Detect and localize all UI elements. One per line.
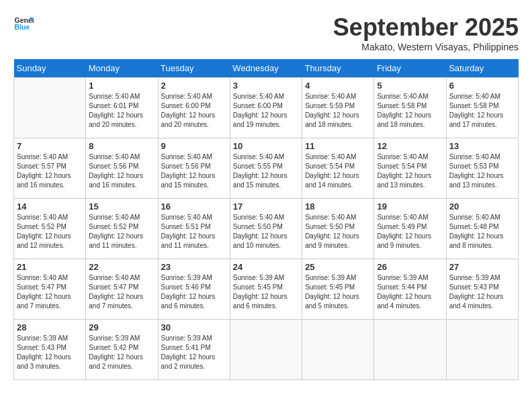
calendar-cell: 4Sunrise: 5:40 AM Sunset: 5:59 PM Daylig… — [302, 78, 374, 138]
weekday-friday: Friday — [374, 59, 446, 78]
title-block: September 2025 Makato, Western Visayas, … — [333, 13, 519, 52]
day-number: 19 — [377, 201, 443, 212]
day-number: 26 — [377, 262, 443, 272]
weekday-sunday: Sunday — [14, 59, 86, 78]
calendar-body: 1Sunrise: 5:40 AM Sunset: 6:01 PM Daylig… — [14, 78, 519, 380]
day-number: 29 — [89, 322, 154, 332]
calendar-cell: 5Sunrise: 5:40 AM Sunset: 5:58 PM Daylig… — [374, 78, 446, 138]
calendar-cell: 3Sunrise: 5:40 AM Sunset: 6:00 PM Daylig… — [230, 78, 302, 138]
day-info: Sunrise: 5:40 AM Sunset: 5:58 PM Dayligh… — [449, 92, 515, 130]
day-info: Sunrise: 5:40 AM Sunset: 5:56 PM Dayligh… — [89, 152, 154, 190]
svg-text:Blue: Blue — [15, 23, 30, 31]
weekday-tuesday: Tuesday — [158, 59, 230, 78]
day-number: 16 — [161, 201, 227, 212]
calendar-cell: 28Sunrise: 5:39 AM Sunset: 5:43 PM Dayli… — [14, 320, 86, 380]
calendar-header: SundayMondayTuesdayWednesdayThursdayFrid… — [14, 59, 519, 78]
weekday-header-row: SundayMondayTuesdayWednesdayThursdayFrid… — [14, 59, 519, 78]
day-info: Sunrise: 5:40 AM Sunset: 6:01 PM Dayligh… — [89, 92, 154, 130]
calendar-table: SundayMondayTuesdayWednesdayThursdayFrid… — [13, 59, 519, 380]
day-info: Sunrise: 5:39 AM Sunset: 5:45 PM Dayligh… — [305, 273, 371, 311]
day-info: Sunrise: 5:40 AM Sunset: 5:55 PM Dayligh… — [233, 152, 299, 190]
day-info: Sunrise: 5:40 AM Sunset: 5:58 PM Dayligh… — [377, 92, 443, 130]
day-number: 1 — [89, 81, 154, 91]
day-number: 8 — [89, 141, 154, 151]
calendar-cell: 16Sunrise: 5:40 AM Sunset: 5:51 PM Dayli… — [158, 199, 230, 259]
day-info: Sunrise: 5:40 AM Sunset: 5:56 PM Dayligh… — [161, 152, 227, 190]
day-number: 27 — [449, 262, 515, 272]
day-info: Sunrise: 5:40 AM Sunset: 5:49 PM Dayligh… — [377, 213, 443, 250]
day-number: 2 — [161, 81, 227, 91]
day-number: 22 — [89, 262, 154, 272]
day-info: Sunrise: 5:40 AM Sunset: 5:51 PM Dayligh… — [161, 213, 227, 250]
day-number: 25 — [305, 262, 371, 272]
calendar-cell: 12Sunrise: 5:40 AM Sunset: 5:54 PM Dayli… — [374, 138, 446, 199]
day-info: Sunrise: 5:39 AM Sunset: 5:43 PM Dayligh… — [17, 334, 83, 371]
day-info: Sunrise: 5:39 AM Sunset: 5:44 PM Dayligh… — [377, 273, 443, 311]
week-row-3: 14Sunrise: 5:40 AM Sunset: 5:52 PM Dayli… — [14, 199, 519, 259]
day-number: 30 — [161, 322, 227, 332]
calendar-cell: 26Sunrise: 5:39 AM Sunset: 5:44 PM Dayli… — [374, 259, 446, 320]
calendar-cell: 18Sunrise: 5:40 AM Sunset: 5:50 PM Dayli… — [302, 199, 374, 259]
week-row-1: 1Sunrise: 5:40 AM Sunset: 6:01 PM Daylig… — [14, 78, 519, 138]
calendar-cell: 25Sunrise: 5:39 AM Sunset: 5:45 PM Dayli… — [302, 259, 374, 320]
month-title: September 2025 — [333, 13, 519, 42]
calendar-cell: 17Sunrise: 5:40 AM Sunset: 5:50 PM Dayli… — [230, 199, 302, 259]
day-info: Sunrise: 5:40 AM Sunset: 5:50 PM Dayligh… — [305, 213, 371, 250]
day-number: 6 — [449, 81, 515, 91]
day-info: Sunrise: 5:40 AM Sunset: 5:57 PM Dayligh… — [17, 152, 83, 190]
day-info: Sunrise: 5:40 AM Sunset: 5:48 PM Dayligh… — [449, 213, 515, 250]
day-number: 28 — [17, 322, 83, 332]
day-number: 18 — [305, 201, 371, 212]
calendar-cell: 7Sunrise: 5:40 AM Sunset: 5:57 PM Daylig… — [14, 138, 86, 199]
calendar-cell: 1Sunrise: 5:40 AM Sunset: 6:01 PM Daylig… — [86, 78, 158, 138]
calendar-cell: 14Sunrise: 5:40 AM Sunset: 5:52 PM Dayli… — [14, 199, 86, 259]
day-number: 21 — [17, 262, 83, 272]
weekday-monday: Monday — [86, 59, 158, 78]
day-number: 9 — [161, 141, 227, 151]
day-number: 11 — [305, 141, 371, 151]
weekday-saturday: Saturday — [446, 59, 518, 78]
calendar-cell: 24Sunrise: 5:39 AM Sunset: 5:45 PM Dayli… — [230, 259, 302, 320]
calendar-cell: 19Sunrise: 5:40 AM Sunset: 5:49 PM Dayli… — [374, 199, 446, 259]
weekday-thursday: Thursday — [302, 59, 374, 78]
day-info: Sunrise: 5:39 AM Sunset: 5:43 PM Dayligh… — [449, 273, 515, 311]
day-number: 23 — [161, 262, 227, 272]
day-number: 4 — [305, 81, 371, 91]
calendar-cell: 15Sunrise: 5:40 AM Sunset: 5:52 PM Dayli… — [86, 199, 158, 259]
day-info: Sunrise: 5:39 AM Sunset: 5:46 PM Dayligh… — [161, 273, 227, 311]
calendar-cell — [302, 320, 374, 380]
week-row-2: 7Sunrise: 5:40 AM Sunset: 5:57 PM Daylig… — [14, 138, 519, 199]
logo-icon: General Blue — [13, 13, 34, 34]
weekday-wednesday: Wednesday — [230, 59, 302, 78]
calendar-cell: 8Sunrise: 5:40 AM Sunset: 5:56 PM Daylig… — [86, 138, 158, 199]
day-info: Sunrise: 5:40 AM Sunset: 5:54 PM Dayligh… — [377, 152, 443, 190]
calendar-cell: 9Sunrise: 5:40 AM Sunset: 5:56 PM Daylig… — [158, 138, 230, 199]
day-number: 13 — [449, 141, 515, 151]
calendar-cell — [446, 320, 518, 380]
day-info: Sunrise: 5:40 AM Sunset: 5:52 PM Dayligh… — [17, 213, 83, 250]
calendar-cell: 20Sunrise: 5:40 AM Sunset: 5:48 PM Dayli… — [446, 199, 518, 259]
day-info: Sunrise: 5:40 AM Sunset: 6:00 PM Dayligh… — [233, 92, 299, 130]
day-number: 3 — [233, 81, 299, 91]
day-info: Sunrise: 5:40 AM Sunset: 5:50 PM Dayligh… — [233, 213, 299, 250]
day-number: 10 — [233, 141, 299, 151]
calendar-cell — [230, 320, 302, 380]
day-info: Sunrise: 5:40 AM Sunset: 5:47 PM Dayligh… — [89, 273, 154, 311]
day-number: 24 — [233, 262, 299, 272]
day-number: 14 — [17, 201, 83, 212]
day-number: 20 — [449, 201, 515, 212]
day-info: Sunrise: 5:39 AM Sunset: 5:45 PM Dayligh… — [233, 273, 299, 311]
calendar-cell: 6Sunrise: 5:40 AM Sunset: 5:58 PM Daylig… — [446, 78, 518, 138]
day-info: Sunrise: 5:40 AM Sunset: 5:52 PM Dayligh… — [89, 213, 154, 250]
week-row-4: 21Sunrise: 5:40 AM Sunset: 5:47 PM Dayli… — [14, 259, 519, 320]
logo: General Blue — [13, 13, 35, 34]
calendar-cell: 27Sunrise: 5:39 AM Sunset: 5:43 PM Dayli… — [446, 259, 518, 320]
day-number: 12 — [377, 141, 443, 151]
day-info: Sunrise: 5:40 AM Sunset: 5:54 PM Dayligh… — [305, 152, 371, 190]
calendar-cell: 2Sunrise: 5:40 AM Sunset: 6:00 PM Daylig… — [158, 78, 230, 138]
calendar-cell — [374, 320, 446, 380]
day-info: Sunrise: 5:40 AM Sunset: 5:59 PM Dayligh… — [305, 92, 371, 130]
page-header: General Blue September 2025 Makato, West… — [13, 13, 519, 52]
day-number: 17 — [233, 201, 299, 212]
day-info: Sunrise: 5:40 AM Sunset: 5:47 PM Dayligh… — [17, 273, 83, 311]
